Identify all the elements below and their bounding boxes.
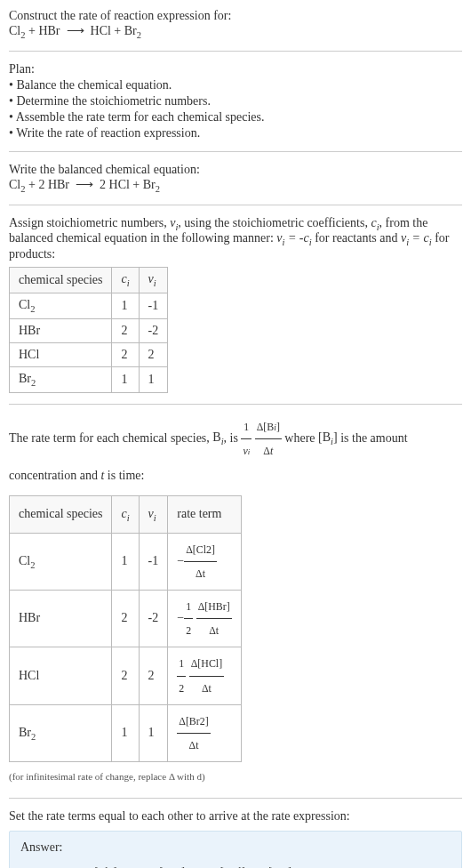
stoich-text: Assign stoichiometric numbers, νi, using… bbox=[9, 216, 462, 262]
species-br2: Br2 bbox=[124, 24, 141, 37]
rateterm-text: The rate term for each chemical species,… bbox=[9, 415, 462, 490]
species-cl2: Cl2 bbox=[9, 24, 25, 37]
stoich-table: chemical species ci νi Cl21-1 HBr2-2 HCl… bbox=[9, 267, 168, 392]
divider bbox=[9, 151, 462, 152]
plan-item: • Assemble the rate term for each chemic… bbox=[9, 110, 462, 125]
divider bbox=[9, 404, 462, 405]
species-hcl: HCl bbox=[91, 24, 111, 37]
divider bbox=[9, 798, 462, 799]
plan-item: • Write the rate of reaction expression. bbox=[9, 126, 462, 141]
table-header-row: chemical species ci νi rate term bbox=[10, 495, 242, 533]
fraction: 1νi bbox=[241, 415, 251, 462]
intro-line1: Construct the rate of reaction expressio… bbox=[9, 9, 462, 23]
table-row: HCl22 bbox=[10, 342, 168, 366]
table-header-row: chemical species ci νi bbox=[10, 268, 168, 293]
col-rate: rate term bbox=[168, 495, 241, 533]
fraction: Δ[Bi]Δt bbox=[255, 415, 282, 462]
intro-equation: Cl2 + HBr ⟶ HCl + Br2 bbox=[9, 23, 462, 40]
answer-box: Answer: rate = −Δ[Cl2]Δt = −12 Δ[HBr]Δt … bbox=[9, 831, 462, 868]
final-title: Set the rate terms equal to each other t… bbox=[9, 809, 462, 824]
answer-equation: rate = −Δ[Cl2]Δt = −12 Δ[HBr]Δt = 12 Δ[H… bbox=[47, 860, 451, 868]
table-row: Br211 bbox=[10, 366, 168, 392]
col-species: chemical species bbox=[10, 268, 112, 293]
table-row: Cl2 1 -1 −Δ[Cl2]Δt bbox=[10, 533, 242, 590]
table-row: HCl 2 2 12 Δ[HCl]Δt bbox=[10, 647, 242, 704]
rateterm-section: The rate term for each chemical species,… bbox=[9, 415, 462, 788]
final-section: Set the rate terms equal to each other t… bbox=[9, 809, 462, 868]
table-row: Cl21-1 bbox=[10, 293, 168, 318]
stoich-section: Assign stoichiometric numbers, νi, using… bbox=[9, 216, 462, 393]
answer-label: Answer: bbox=[20, 840, 451, 855]
plan-section: Plan: • Balance the chemical equation. •… bbox=[9, 62, 462, 141]
col-ci: ci bbox=[112, 268, 139, 293]
balanced-title: Write the balanced chemical equation: bbox=[9, 163, 462, 177]
col-ci: ci bbox=[112, 495, 139, 533]
rateterm-table: chemical species ci νi rate term Cl2 1 -… bbox=[9, 495, 242, 762]
col-vi: νi bbox=[139, 495, 168, 533]
col-vi: νi bbox=[139, 268, 168, 293]
plan-item: • Balance the chemical equation. bbox=[9, 78, 462, 92]
table-row: Br2 1 1 Δ[Br2]Δt bbox=[10, 704, 242, 761]
plan-item: • Determine the stoichiometric numbers. bbox=[9, 94, 462, 108]
intro-section: Construct the rate of reaction expressio… bbox=[9, 9, 462, 40]
balanced-section: Write the balanced chemical equation: Cl… bbox=[9, 163, 462, 194]
arrow-icon: ⟶ bbox=[76, 178, 93, 191]
col-species: chemical species bbox=[10, 495, 112, 533]
table-row: HBr 2 -2 −12 Δ[HBr]Δt bbox=[10, 591, 242, 647]
balanced-equation: Cl2 + 2 HBr ⟶ 2 HCl + Br2 bbox=[9, 177, 462, 194]
rateterm-note: (for infinitesimal rate of change, repla… bbox=[9, 766, 462, 787]
table-row: HBr2-2 bbox=[10, 318, 168, 342]
divider bbox=[9, 205, 462, 205]
arrow-icon: ⟶ bbox=[67, 24, 84, 37]
species-hbr: HBr bbox=[38, 24, 60, 37]
divider bbox=[9, 51, 462, 52]
plan-title: Plan: bbox=[9, 62, 462, 76]
